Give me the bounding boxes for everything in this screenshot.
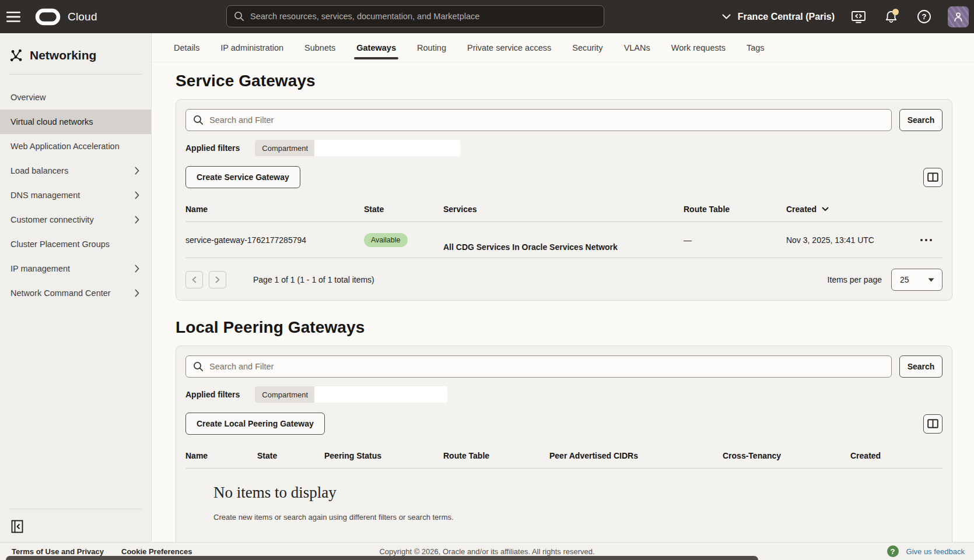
footer-links: Terms of Use and Privacy Cookie Preferen… <box>12 547 192 556</box>
items-per-page-label: Items per page <box>828 275 882 284</box>
chevron-right-icon <box>135 265 139 273</box>
lpg-col-peer-cidrs[interactable]: Peer Advertised CIDRs <box>549 451 723 460</box>
lpg-search-button[interactable]: Search <box>899 355 943 378</box>
sidebar-item-load-balancers[interactable]: Load balancers <box>0 159 151 183</box>
caret-down-icon <box>928 278 934 282</box>
tab-details[interactable]: Details <box>173 33 200 62</box>
sidebar-item-web-application-acceleration[interactable]: Web Application Acceleration <box>0 134 151 159</box>
lpg-col-state[interactable]: State <box>257 451 324 460</box>
lpg-actions-row: Create Local Peering Gateway <box>185 413 943 435</box>
local-peering-gateways-table: Name State Peering Status Route Table Pe… <box>185 443 943 539</box>
region-selector[interactable]: France Central (Paris) <box>722 12 835 22</box>
items-per-page-select[interactable]: 25 <box>891 269 943 291</box>
create-service-gateway-button[interactable]: Create Service Gateway <box>185 166 300 188</box>
sidebar-bottom <box>0 509 151 542</box>
lpg-col-cross-tenancy[interactable]: Cross-Tenancy <box>723 451 850 460</box>
sg-search-button[interactable]: Search <box>899 109 943 131</box>
empty-state-title: No items to display <box>213 484 943 502</box>
sg-column-settings-button[interactable] <box>923 168 943 187</box>
sg-col-created[interactable]: Created <box>786 205 920 214</box>
sg-row-state: Available <box>364 233 443 247</box>
filter-chip-label: Compartment <box>255 140 314 156</box>
sidebar-title: Networking <box>30 48 96 62</box>
chevron-right-icon <box>135 216 139 224</box>
sg-col-services[interactable]: Services <box>443 205 684 214</box>
lpg-search-row: Search <box>185 355 943 378</box>
cookie-preferences-link[interactable]: Cookie Preferences <box>121 547 192 556</box>
lpg-col-created[interactable]: Created <box>850 451 943 460</box>
sidebar-item-cluster-placement-groups[interactable]: Cluster Placement Groups <box>0 232 151 256</box>
notifications-bell-icon[interactable] <box>882 8 900 26</box>
tab-tags[interactable]: Tags <box>746 33 765 62</box>
pagination-next-button[interactable] <box>209 271 226 288</box>
sidebar-item-ip-management[interactable]: IP management <box>0 256 151 281</box>
sidebar-collapse-icon[interactable] <box>9 519 24 534</box>
terms-of-use-link[interactable]: Terms of Use and Privacy <box>12 547 104 556</box>
items-per-page: Items per page 25 <box>828 269 943 291</box>
row-actions-menu-icon[interactable] <box>920 239 943 241</box>
sg-actions-row: Create Service Gateway <box>185 166 943 188</box>
sidebar-item-network-command-center[interactable]: Network Command Center <box>0 281 151 305</box>
brand[interactable]: Cloud <box>35 8 97 26</box>
chevron-right-icon <box>135 191 139 199</box>
lpg-col-name[interactable]: Name <box>185 451 257 460</box>
search-icon <box>193 115 204 125</box>
networking-icon <box>9 48 23 62</box>
tab-subnets[interactable]: Subnets <box>304 33 336 62</box>
user-avatar[interactable] <box>948 6 969 27</box>
lpg-col-route-table[interactable]: Route Table <box>443 451 549 460</box>
notification-dot <box>892 9 899 15</box>
status-badge: Available <box>364 233 408 247</box>
pagination-previous-button[interactable] <box>185 271 203 288</box>
chevron-right-icon <box>135 167 139 175</box>
cloud-shell-icon[interactable] <box>850 8 867 26</box>
lpg-col-peering-status[interactable]: Peering Status <box>324 451 443 460</box>
global-search[interactable] <box>226 5 604 27</box>
sg-applied-filters-row: Applied filters Compartment <box>185 140 943 156</box>
sg-col-name[interactable]: Name <box>185 205 364 214</box>
sg-row-route-table: — <box>684 235 786 245</box>
lpg-applied-filters-row: Applied filters Compartment <box>185 386 943 403</box>
tab-routing[interactable]: Routing <box>416 33 447 62</box>
create-local-peering-gateway-button[interactable]: Create Local Peering Gateway <box>185 413 325 435</box>
global-search-input[interactable] <box>250 12 597 21</box>
sidebar-header: Networking <box>0 33 151 74</box>
lpg-search-input[interactable] <box>209 362 884 371</box>
oci-console: Cloud France Central (Paris) <box>0 0 974 560</box>
sg-col-route-table[interactable]: Route Table <box>684 205 786 214</box>
help-icon[interactable]: ? <box>915 8 933 26</box>
sidebar-item-customer-connectivity[interactable]: Customer connectivity <box>0 207 151 232</box>
sort-descending-icon <box>822 207 829 212</box>
tab-gateways[interactable]: Gateways <box>356 33 397 62</box>
sg-col-state[interactable]: State <box>364 205 443 214</box>
hamburger-menu-icon[interactable] <box>0 0 27 33</box>
sg-search-filter[interactable] <box>185 109 892 131</box>
tab-vlans[interactable]: VLANs <box>623 33 651 62</box>
sg-compartment-filter-chip[interactable]: Compartment <box>255 140 460 156</box>
give-us-feedback-link[interactable]: Give us feedback <box>906 547 965 556</box>
table-row: service-gateway-1762177285794 Available … <box>185 222 943 258</box>
lpg-table-header: Name State Peering Status Route Table Pe… <box>185 443 943 469</box>
sidebar-item-overview[interactable]: Overview <box>0 85 151 110</box>
feedback-help-icon[interactable]: ? <box>887 545 899 557</box>
sidebar-item-virtual-cloud-networks[interactable]: Virtual cloud networks <box>0 110 151 134</box>
lpg-compartment-filter-chip[interactable]: Compartment <box>255 386 447 403</box>
sidebar-divider <box>9 509 142 509</box>
tab-work-requests[interactable]: Work requests <box>671 33 726 62</box>
sidebar-item-dns-management[interactable]: DNS management <box>0 183 151 207</box>
sidebar-nav: Overview Virtual cloud networks Web Appl… <box>0 75 151 305</box>
chevron-right-icon <box>135 289 139 297</box>
tab-bar: Details IP administration Subnets Gatewa… <box>152 33 974 62</box>
gateways-content: Service Gateways Search Applied filters <box>152 62 974 542</box>
sg-search-row: Search <box>185 109 943 131</box>
lpg-column-settings-button[interactable] <box>923 414 943 434</box>
tab-security[interactable]: Security <box>572 33 603 62</box>
lpg-search-filter[interactable] <box>185 355 892 378</box>
tab-private-service-access[interactable]: Private service access <box>467 33 552 62</box>
service-gateways-panel: Search Applied filters Compartment Creat… <box>176 99 952 301</box>
service-gateways-table: Name State Services Route Table Created <box>185 196 943 258</box>
sg-table-header: Name State Services Route Table Created <box>185 196 943 222</box>
tab-ip-administration[interactable]: IP administration <box>220 33 284 62</box>
sg-search-input[interactable] <box>209 115 884 125</box>
pagination-status: Page 1 of 1 (1 - 1 of 1 total items) <box>253 275 374 284</box>
